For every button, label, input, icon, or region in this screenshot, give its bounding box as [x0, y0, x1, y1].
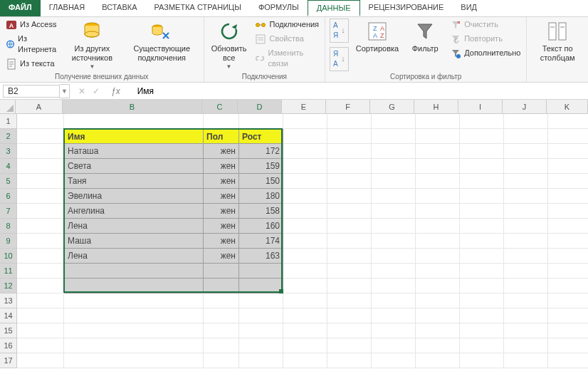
cell[interactable]	[504, 129, 548, 144]
cell[interactable]: Маша	[64, 234, 204, 249]
other-sources-button[interactable]: Из других источников ▼	[64, 19, 120, 71]
cell[interactable]	[64, 264, 204, 279]
cell[interactable]	[548, 323, 588, 338]
tab-formulas[interactable]: ФОРМУЛЫ	[250, 0, 308, 16]
row-header[interactable]: 7	[0, 204, 17, 219]
cell[interactable]	[239, 279, 283, 294]
cell[interactable]	[416, 234, 460, 249]
cell[interactable]	[283, 264, 327, 279]
cell[interactable]	[504, 338, 548, 353]
cell[interactable]	[372, 159, 416, 174]
cell[interactable]	[460, 114, 504, 129]
cell[interactable]	[327, 234, 372, 249]
cell[interactable]	[17, 294, 64, 308]
tab-file[interactable]: ФАЙЛ	[0, 0, 41, 16]
cell[interactable]	[327, 159, 372, 174]
clear-button[interactable]: Очистить	[448, 19, 522, 31]
cell[interactable]	[504, 219, 548, 234]
cell[interactable]	[17, 159, 64, 174]
row-header[interactable]: 1	[0, 114, 17, 129]
cell[interactable]	[504, 294, 548, 308]
cell[interactable]	[416, 294, 460, 308]
cell[interactable]: жен	[204, 249, 239, 264]
cell[interactable]	[460, 249, 504, 264]
cell[interactable]	[327, 323, 372, 338]
cell[interactable]	[548, 129, 588, 144]
column-header[interactable]: I	[458, 100, 503, 114]
cancel-formula-button[interactable]: ✕	[78, 86, 85, 96]
cell[interactable]	[548, 234, 588, 249]
cell[interactable]	[204, 323, 239, 338]
row-header[interactable]: 9	[0, 234, 17, 249]
cell[interactable]: Эвелина	[64, 189, 204, 204]
cell[interactable]	[327, 308, 372, 323]
from-text-button[interactable]: Из текста	[4, 58, 60, 71]
cell[interactable]	[372, 323, 416, 338]
cell[interactable]	[460, 353, 504, 368]
cell[interactable]: Лена	[64, 219, 204, 234]
cell[interactable]	[64, 323, 204, 338]
text-to-columns-button[interactable]: Текст по столбцам	[531, 19, 584, 63]
cell[interactable]	[460, 159, 504, 174]
cell[interactable]	[64, 294, 204, 308]
cell[interactable]: жен	[204, 189, 239, 204]
cell[interactable]	[372, 204, 416, 219]
cell[interactable]	[239, 294, 283, 308]
cell[interactable]	[416, 264, 460, 279]
cell[interactable]	[504, 144, 548, 159]
cell[interactable]	[327, 249, 372, 264]
cell[interactable]	[372, 234, 416, 249]
cell[interactable]	[372, 114, 416, 129]
row-header[interactable]: 14	[0, 308, 17, 323]
cell[interactable]	[327, 353, 372, 368]
cell[interactable]	[460, 219, 504, 234]
column-header[interactable]: H	[414, 100, 458, 114]
cell[interactable]	[416, 174, 460, 189]
cell[interactable]: жен	[204, 174, 239, 189]
cell[interactable]	[548, 174, 588, 189]
sort-za-button[interactable]: ЯА↓	[330, 47, 349, 71]
fx-icon[interactable]: ƒx	[107, 86, 125, 96]
name-box[interactable]: B2	[3, 85, 60, 98]
cell[interactable]	[416, 279, 460, 294]
tab-data[interactable]: ДАННЫЕ	[308, 0, 360, 16]
cell[interactable]	[372, 189, 416, 204]
cell[interactable]	[283, 159, 327, 174]
cell[interactable]: Ангелина	[64, 204, 204, 219]
cell[interactable]	[17, 279, 64, 294]
cell[interactable]: жен	[204, 234, 239, 249]
cell[interactable]: Наташа	[64, 144, 204, 159]
row-header[interactable]: 15	[0, 323, 17, 338]
cell[interactable]	[504, 204, 548, 219]
cell[interactable]	[64, 353, 204, 368]
cell[interactable]	[239, 308, 283, 323]
tab-review[interactable]: РЕЦЕНЗИРОВАНИЕ	[360, 0, 453, 16]
cell[interactable]	[204, 353, 239, 368]
cell[interactable]	[460, 308, 504, 323]
cell[interactable]	[283, 204, 327, 219]
cell[interactable]	[327, 189, 372, 204]
column-header[interactable]: A	[16, 100, 63, 114]
cell[interactable]	[416, 159, 460, 174]
cell[interactable]	[204, 308, 239, 323]
cell[interactable]	[460, 174, 504, 189]
cell[interactable]	[548, 264, 588, 279]
cell[interactable]	[283, 323, 327, 338]
cell[interactable]: Таня	[64, 174, 204, 189]
cell[interactable]	[460, 323, 504, 338]
cell[interactable]	[17, 353, 64, 368]
cell[interactable]: 158	[239, 204, 283, 219]
cell[interactable]	[204, 294, 239, 308]
sort-az-button[interactable]: АЯ↓	[330, 19, 349, 43]
row-header[interactable]: 2	[0, 129, 17, 144]
cell[interactable]: 180	[239, 189, 283, 204]
cell[interactable]	[504, 353, 548, 368]
cell[interactable]: жен	[204, 219, 239, 234]
cell[interactable]	[416, 308, 460, 323]
row-header[interactable]: 10	[0, 249, 17, 264]
select-all-button[interactable]	[0, 100, 16, 114]
cell[interactable]	[283, 308, 327, 323]
cell[interactable]	[17, 264, 64, 279]
cell[interactable]	[460, 204, 504, 219]
cell[interactable]: Пол	[204, 129, 239, 144]
